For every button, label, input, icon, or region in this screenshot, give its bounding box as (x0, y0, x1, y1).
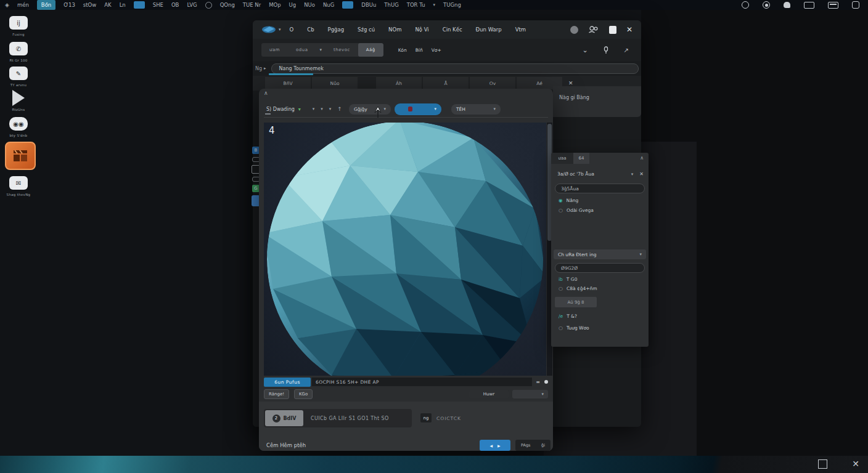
taskbar-tool-icon[interactable] (342, 1, 353, 9)
taskbar-item[interactable]: TOR Tu (407, 0, 425, 10)
3d-viewport[interactable]: 4 (264, 123, 546, 376)
taskbar-item[interactable]: Ug (289, 0, 297, 10)
output-path-field[interactable]: 6OCPIH S16 5H+ DHE AP (312, 378, 532, 386)
chevron-down-green-icon[interactable]: ▾ (298, 107, 301, 112)
chevron-down-icon[interactable]: ▾ (313, 107, 315, 111)
command-pill[interactable]: 2 BdIV CUICb GA LIlr S1 GO1 Tht SO (264, 409, 412, 427)
collapse-icon[interactable]: ∧ (640, 153, 644, 164)
property-row[interactable]: /e T &? (559, 313, 577, 319)
taskbar-item[interactable]: OB (171, 0, 179, 10)
menu-item[interactable]: Pgğag (328, 26, 345, 33)
dock-item-mail[interactable]: ✉ Shag thevNg (5, 175, 32, 196)
type-dropdown[interactable]: TÉH ▾ (451, 104, 501, 115)
segment-button-active[interactable]: Aáĝ (358, 43, 383, 57)
menu-item[interactable]: NOm (388, 26, 401, 33)
taskbar-item[interactable]: MOp (269, 0, 280, 10)
path-input[interactable]: Nang Tounmemek (271, 63, 639, 74)
taskbar-item-active[interactable]: Bőn (37, 0, 55, 10)
chevron-down-icon[interactable]: ▾ (631, 172, 634, 177)
taskbar-item[interactable]: mén (17, 0, 29, 10)
dock-item-design[interactable]: ✎ TY arvnu (5, 65, 32, 87)
chevron-down-icon[interactable]: ⌄ (582, 46, 588, 54)
arrow-up-icon[interactable]: ↑ (337, 106, 342, 112)
tab[interactable]: Nůo (312, 77, 358, 89)
property-row[interactable]: ○ Tuưg Wơo (559, 325, 589, 331)
pin-icon[interactable] (603, 46, 609, 54)
property-row[interactable]: ib T G0 (559, 277, 577, 282)
collapse-icon[interactable]: ∧ (264, 90, 268, 96)
external-link-icon[interactable]: ↗ (624, 47, 629, 54)
menu-item[interactable]: Bíñ (416, 47, 423, 53)
stop-icon[interactable] (609, 26, 616, 34)
menu-item[interactable]: Đun Warp (476, 26, 502, 33)
taskbar-item[interactable]: NuG (323, 0, 334, 10)
menu-item[interactable]: Vơ+ (432, 47, 441, 53)
menu-item[interactable]: Sźg cú (358, 26, 375, 33)
close-icon[interactable]: ✕ (626, 25, 633, 34)
segment-button[interactable]: thevoc (326, 43, 358, 57)
chevron-down-icon[interactable]: ▾ (329, 107, 332, 111)
battery-icon[interactable] (804, 2, 814, 9)
record-dot-icon[interactable] (544, 380, 548, 384)
network-icon[interactable] (742, 1, 749, 9)
huwr-button[interactable]: Huwr (469, 390, 509, 398)
quality-dropdown[interactable]: ▾ (512, 390, 548, 398)
menu-item[interactable]: Vtm (515, 26, 526, 33)
taskbar-item[interactable]: TUE Nr (243, 0, 261, 10)
range-button[interactable]: Ränge! (264, 389, 289, 399)
dock-item-phone[interactable]: ✆ Rt Gr 100 (5, 41, 32, 62)
dock-item-camera[interactable]: ◉◉ bty S'dnb (5, 116, 32, 137)
taskbar-item[interactable]: LVG (187, 0, 197, 10)
filter-input[interactable]: Ø9G2Ø (555, 263, 645, 273)
option-row[interactable]: ○ Odài Gvega (559, 208, 594, 213)
tab-close-icon[interactable]: ✕ (568, 80, 573, 86)
taskbar-tool-icon[interactable] (134, 1, 145, 9)
taskbar-item[interactable]: TUGng (443, 0, 461, 10)
close-icon[interactable]: ✕ (639, 171, 644, 177)
search-input[interactable]: 3ĝ5Åua (555, 184, 645, 193)
property-row[interactable]: ○ C8à ¢ĝ4+ñm (559, 286, 597, 291)
tab[interactable]: Áh (376, 77, 422, 89)
selected-dropdown[interactable]: ▾ (395, 103, 441, 115)
app-launcher-icon[interactable]: ◈ (5, 2, 9, 8)
dock-item-clapper-active[interactable] (5, 142, 32, 170)
dock-item-player[interactable]: RtzUns (5, 90, 32, 111)
value-box[interactable]: Aŭ 9ĝ 8 (555, 297, 597, 307)
run-button[interactable]: 6un Pufus (264, 378, 311, 387)
menu-item[interactable]: Nộ Vi (415, 26, 428, 33)
chevron-down-icon[interactable]: ▾ (279, 27, 281, 32)
command-chip[interactable]: 2 BdIV (265, 410, 303, 426)
close-icon[interactable]: ✕ (852, 460, 859, 468)
section-header[interactable]: Ch ưRa Đtert ing ▾ (554, 249, 646, 259)
clock-icon[interactable] (852, 1, 859, 9)
option-row[interactable]: ◉ Nâng (559, 198, 578, 203)
notification-icon[interactable] (205, 2, 212, 9)
menu-item[interactable]: Cb (307, 26, 314, 33)
taskbar-item[interactable]: stOw (83, 0, 96, 10)
taskbar-item[interactable]: AK (104, 0, 111, 10)
taskbar-item[interactable]: SHE (153, 0, 163, 10)
tab[interactable]: Å (423, 77, 469, 89)
playback-nav-button[interactable]: ◀ ▶ (480, 440, 510, 451)
segment-button[interactable]: odua (288, 43, 316, 57)
taskbar-item[interactable]: Ln (120, 0, 126, 10)
people-icon[interactable] (588, 26, 599, 33)
menu-item[interactable]: O (290, 26, 294, 33)
dock-item-contact[interactable]: ij Fusing (5, 15, 32, 36)
taskbar-item[interactable]: DBUu (361, 0, 376, 10)
taskbar-item[interactable]: QOng (220, 0, 235, 10)
prev-icon[interactable]: ◀ (489, 443, 493, 448)
style-dropdown[interactable]: Gğjğy ▾ (349, 104, 391, 115)
maximize-icon[interactable] (818, 459, 827, 469)
menu-icon[interactable]: ≡ (536, 379, 540, 385)
page-button[interactable]: PAgs ĝi (515, 440, 551, 451)
taskbar-item[interactable]: ThUG (384, 0, 398, 10)
menu-item[interactable]: Cin Kếc (443, 26, 462, 33)
next-icon[interactable]: ▶ (497, 443, 501, 448)
tab[interactable]: BñV (265, 77, 311, 89)
taskbar-item[interactable]: Ơ13 (63, 0, 75, 10)
record-icon[interactable] (763, 1, 770, 9)
menu-item[interactable]: Kón (398, 47, 407, 53)
avatar[interactable] (570, 26, 578, 34)
panel-tab[interactable]: ưaa (551, 153, 573, 164)
